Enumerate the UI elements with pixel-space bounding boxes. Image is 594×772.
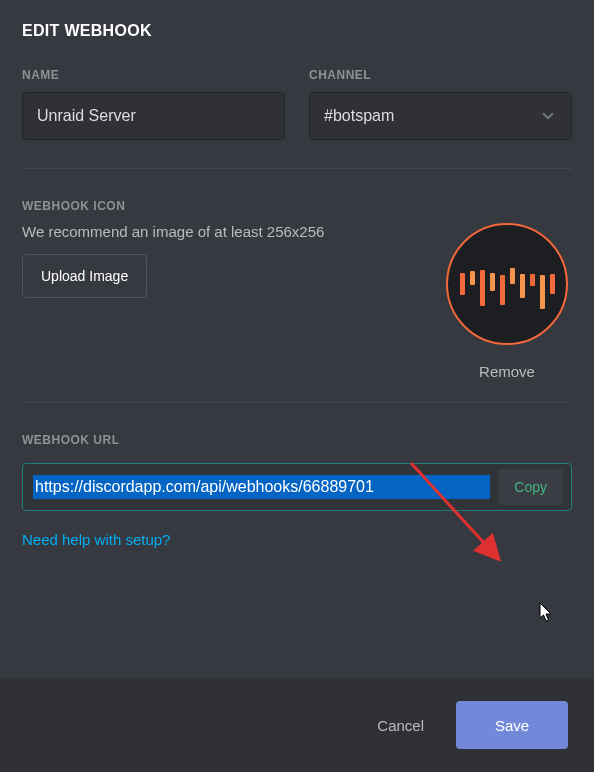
cursor-pointer-icon — [535, 602, 555, 626]
cancel-button[interactable]: Cancel — [365, 705, 436, 746]
channel-value: #botspam — [324, 107, 539, 125]
modal-title: EDIT WEBHOOK — [22, 22, 572, 40]
copy-button[interactable]: Copy — [498, 469, 563, 505]
icon-label: WEBHOOK ICON — [22, 199, 572, 213]
upload-image-button[interactable]: Upload Image — [22, 254, 147, 298]
name-input[interactable] — [22, 92, 285, 140]
webhook-url-value[interactable]: https://discordapp.com/api/webhooks/6688… — [33, 475, 490, 499]
url-label: WEBHOOK URL — [22, 433, 572, 447]
divider — [22, 402, 572, 403]
icon-hint: We recommend an image of at least 256x25… — [22, 223, 422, 240]
webhook-avatar[interactable] — [446, 223, 568, 345]
save-button[interactable]: Save — [456, 701, 568, 749]
remove-icon-link[interactable]: Remove — [479, 363, 535, 380]
modal-footer: Cancel Save — [0, 678, 594, 772]
channel-select[interactable]: #botspam — [309, 92, 572, 140]
chevron-down-icon — [539, 107, 557, 125]
help-link[interactable]: Need help with setup? — [22, 531, 170, 548]
divider — [22, 168, 572, 169]
name-label: NAME — [22, 68, 285, 82]
webhook-url-field[interactable]: https://discordapp.com/api/webhooks/6688… — [22, 463, 572, 511]
channel-label: CHANNEL — [309, 68, 572, 82]
avatar-bars-icon — [460, 254, 555, 314]
